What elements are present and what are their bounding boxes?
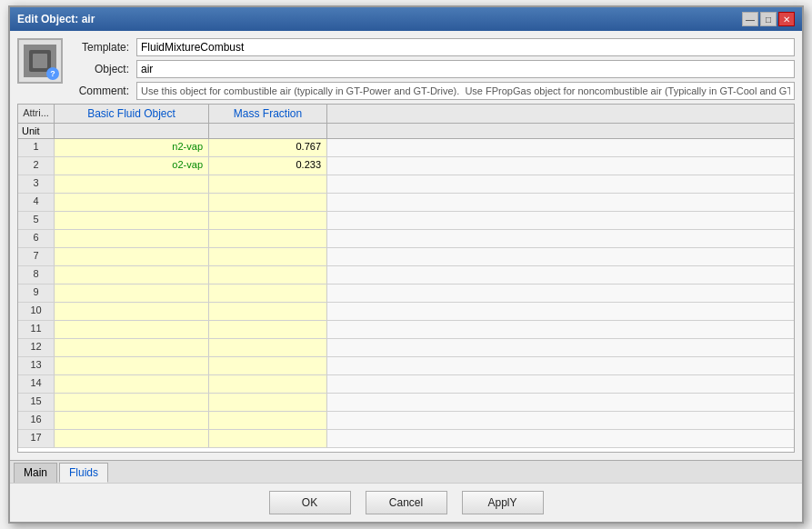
- row-fluid[interactable]: [55, 248, 209, 265]
- edit-object-dialog: Edit Object: air — □ ✕ ? Template:: [8, 5, 804, 524]
- minimize-button[interactable]: —: [742, 12, 758, 26]
- row-extra: [327, 157, 794, 175]
- table-row[interactable]: 2o2-vap0.233: [18, 157, 794, 175]
- table-row[interactable]: 7: [18, 248, 794, 266]
- row-fluid[interactable]: [55, 430, 209, 447]
- row-fluid[interactable]: [55, 212, 209, 229]
- comment-label: Comment:: [70, 85, 129, 97]
- template-input[interactable]: [136, 38, 795, 56]
- form-fields: Template: Object: Comment:: [70, 38, 795, 100]
- row-number: 1: [18, 139, 55, 156]
- row-mass[interactable]: [209, 248, 327, 265]
- template-row: Template:: [70, 38, 795, 56]
- tab-fluids[interactable]: Fluids: [59, 463, 108, 483]
- help-icon[interactable]: ?: [46, 67, 59, 80]
- table-row[interactable]: 12: [18, 339, 794, 357]
- table-row[interactable]: 10: [18, 303, 794, 321]
- row-fluid[interactable]: [55, 266, 209, 284]
- unit-extra: [327, 124, 794, 138]
- row-fluid[interactable]: [55, 357, 209, 374]
- row-number: 9: [18, 284, 55, 302]
- row-number: 12: [18, 339, 55, 356]
- dialog-body: ? Template: Object: Comment:: [10, 31, 802, 460]
- table-row[interactable]: 1n2-vap0.767: [18, 139, 794, 157]
- row-mass[interactable]: 0.767: [209, 139, 327, 156]
- row-mass[interactable]: [209, 375, 327, 393]
- row-number: 10: [18, 303, 55, 320]
- table-row[interactable]: 16: [18, 412, 794, 430]
- row-number: 7: [18, 248, 55, 265]
- table-header-row: Attri... Basic Fluid Object Mass Fractio…: [18, 105, 794, 124]
- row-mass[interactable]: 0.233: [209, 157, 327, 175]
- row-extra: [327, 212, 794, 229]
- row-extra: [327, 230, 794, 247]
- row-fluid[interactable]: n2-vap: [55, 139, 209, 156]
- table-row[interactable]: 9: [18, 284, 794, 303]
- title-bar: Edit Object: air — □ ✕: [10, 7, 802, 31]
- row-mass[interactable]: [209, 266, 327, 284]
- row-mass[interactable]: [209, 175, 327, 193]
- row-extra: [327, 175, 794, 193]
- unit-label: Unit: [18, 124, 55, 138]
- row-mass[interactable]: [209, 194, 327, 211]
- col-attr-header: Attri...: [18, 105, 55, 123]
- tab-main[interactable]: Main: [14, 463, 57, 483]
- table-row[interactable]: 17: [18, 430, 794, 448]
- unit-mass: [209, 124, 327, 138]
- maximize-button[interactable]: □: [760, 12, 777, 26]
- svg-rect-1: [33, 54, 47, 68]
- row-number: 4: [18, 194, 55, 211]
- row-extra: [327, 248, 794, 265]
- table-row[interactable]: 6: [18, 230, 794, 248]
- row-number: 16: [18, 412, 55, 429]
- button-bar: OK Cancel ApplY: [10, 483, 802, 522]
- row-fluid[interactable]: [55, 284, 209, 302]
- table-row[interactable]: 13: [18, 357, 794, 375]
- col-mass-header: Mass Fraction: [209, 105, 327, 123]
- row-number: 3: [18, 175, 55, 193]
- comment-row: Comment:: [70, 82, 795, 100]
- row-mass[interactable]: [209, 284, 327, 302]
- row-fluid[interactable]: [55, 375, 209, 393]
- table-row[interactable]: 3: [18, 175, 794, 194]
- table-row[interactable]: 8: [18, 266, 794, 284]
- row-mass[interactable]: [209, 212, 327, 229]
- row-fluid[interactable]: [55, 339, 209, 356]
- col-extra-header: [327, 105, 794, 123]
- table-row[interactable]: 15: [18, 394, 794, 412]
- row-mass[interactable]: [209, 357, 327, 374]
- row-mass[interactable]: [209, 303, 327, 320]
- row-mass[interactable]: [209, 430, 327, 447]
- row-extra: [327, 394, 794, 411]
- row-fluid[interactable]: [55, 230, 209, 247]
- row-mass[interactable]: [209, 230, 327, 247]
- row-extra: [327, 375, 794, 393]
- table-unit-row: Unit: [18, 124, 794, 139]
- row-fluid[interactable]: o2-vap: [55, 157, 209, 175]
- row-fluid[interactable]: [55, 321, 209, 338]
- comment-input[interactable]: [136, 82, 795, 100]
- row-fluid[interactable]: [55, 394, 209, 411]
- row-fluid[interactable]: [55, 194, 209, 211]
- close-button[interactable]: ✕: [778, 12, 795, 26]
- row-mass[interactable]: [209, 321, 327, 338]
- row-mass[interactable]: [209, 394, 327, 411]
- table-row[interactable]: 4: [18, 194, 794, 212]
- row-mass[interactable]: [209, 339, 327, 356]
- row-mass[interactable]: [209, 412, 327, 429]
- row-fluid[interactable]: [55, 412, 209, 429]
- table-row[interactable]: 5: [18, 212, 794, 230]
- form-header: ? Template: Object: Comment:: [17, 38, 795, 100]
- row-fluid[interactable]: [55, 175, 209, 193]
- cancel-button[interactable]: Cancel: [366, 491, 447, 514]
- row-number: 8: [18, 266, 55, 284]
- row-fluid[interactable]: [55, 303, 209, 320]
- object-icon-box: ?: [17, 38, 63, 84]
- object-row: Object:: [70, 60, 795, 78]
- table-row[interactable]: 14: [18, 375, 794, 394]
- row-extra: [327, 303, 794, 320]
- object-input[interactable]: [136, 60, 795, 78]
- apply-button[interactable]: ApplY: [462, 491, 544, 514]
- table-row[interactable]: 11: [18, 321, 794, 339]
- ok-button[interactable]: OK: [269, 491, 351, 514]
